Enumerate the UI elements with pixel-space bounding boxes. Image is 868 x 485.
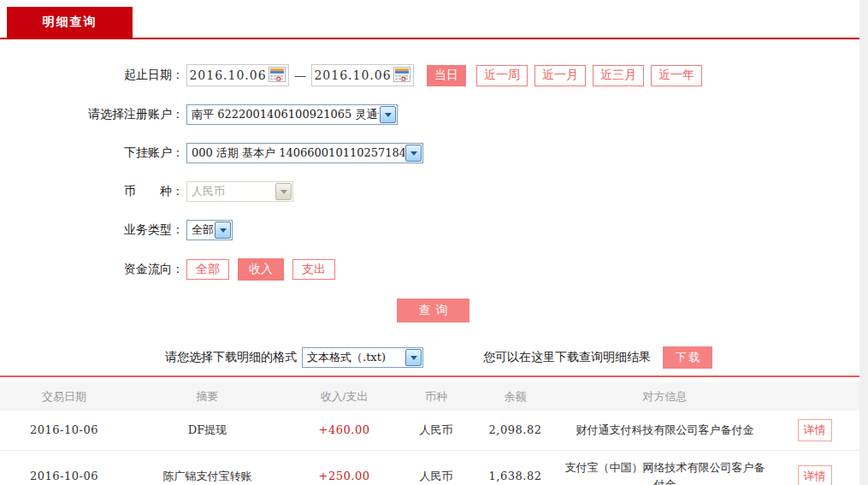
cell-summary: DF提现 bbox=[128, 413, 286, 447]
calendar-icon[interactable] bbox=[269, 67, 286, 85]
detail-button[interactable]: 详情 bbox=[798, 419, 832, 441]
query-button-row: 查询 bbox=[0, 299, 859, 322]
header-trade-date: 交易日期 bbox=[0, 388, 128, 405]
cell-trade-date: 2016-10-06 bbox=[0, 413, 128, 447]
main-panel: 明细查询 起止日期： 2016.10.06 bbox=[0, 0, 859, 485]
cell-counterparty: 支付宝（中国）网络技术有限公司客户备付金 bbox=[560, 451, 770, 485]
cell-balance: 2,098.82 bbox=[470, 413, 560, 447]
download-hint: 您可以在这里下载查询明细结果 bbox=[483, 350, 651, 365]
cell-trade-date: 2016-10-06 bbox=[0, 459, 128, 485]
register-account-value: 南平 6222001406100921065 灵通卡 bbox=[187, 107, 379, 122]
quick-range-month-button[interactable]: 近一月 bbox=[534, 65, 586, 86]
date-separator: — bbox=[294, 68, 306, 82]
table-row: 2016-10-06 陈广锦支付宝转账 +250.00 人民币 1,638.82… bbox=[0, 451, 859, 485]
fund-flow-label: 资金流向： bbox=[0, 262, 184, 277]
cell-amount: +460.00 bbox=[286, 413, 402, 447]
header-currency: 币种 bbox=[402, 388, 470, 405]
cell-currency: 人民币 bbox=[402, 459, 470, 485]
register-account-row: 请选择注册账户： 南平 6222001406100921065 灵通卡 bbox=[0, 104, 859, 125]
quick-range-today-button[interactable]: 当日 bbox=[427, 65, 466, 86]
fund-flow-row: 资金流向： 全部 收入 支出 bbox=[0, 258, 859, 281]
fund-flow-all-button[interactable]: 全部 bbox=[186, 259, 229, 280]
currency-label: 币 种： bbox=[0, 184, 184, 199]
sub-account-select[interactable]: 000 活期 基本户 1406600101102571848 bbox=[186, 143, 423, 163]
business-type-select[interactable]: 全部 bbox=[186, 220, 233, 240]
currency-value: 人民币 bbox=[187, 184, 275, 199]
download-button[interactable]: 下载 bbox=[663, 346, 712, 369]
cell-amount: +250.00 bbox=[286, 459, 402, 485]
tab-bar: 明细查询 bbox=[0, 0, 859, 39]
date-to-value: 2016.10.06 bbox=[312, 68, 393, 82]
quick-range-year-button[interactable]: 近一年 bbox=[651, 65, 702, 86]
download-row: 请您选择下载明细的格式 文本格式（.txt) 您可以在这里下载查询明细结果 下载 bbox=[0, 346, 859, 369]
chevron-down-icon bbox=[215, 222, 231, 239]
fund-flow-expense-button[interactable]: 支出 bbox=[292, 259, 335, 280]
cell-balance: 1,638.82 bbox=[470, 459, 560, 485]
fund-flow-income-button[interactable]: 收入 bbox=[238, 258, 284, 281]
results-table: 交易日期 摘要 收入/支出 币种 余额 对方信息 2016-10-06 DF提现… bbox=[0, 382, 859, 485]
table-row: 2016-10-06 DF提现 +460.00 人民币 2,098.82 财付通… bbox=[0, 411, 859, 451]
date-to-input[interactable]: 2016.10.06 bbox=[311, 64, 414, 86]
header-counterparty: 对方信息 bbox=[560, 388, 770, 405]
date-range-row: 起止日期： 2016.10.06 bbox=[0, 64, 859, 86]
chevron-down-icon bbox=[380, 106, 396, 123]
query-form: 起止日期： 2016.10.06 bbox=[0, 39, 859, 322]
business-type-value: 全部 bbox=[187, 222, 214, 238]
cell-summary: 陈广锦支付宝转账 bbox=[128, 459, 286, 485]
quick-range-3months-button[interactable]: 近三月 bbox=[593, 65, 644, 86]
cell-currency: 人民币 bbox=[402, 413, 470, 447]
sub-account-row: 下挂账户： 000 活期 基本户 1406600101102571848 bbox=[0, 143, 859, 163]
chevron-down-icon bbox=[405, 145, 422, 162]
detail-button[interactable]: 详情 bbox=[798, 465, 832, 485]
sub-account-label: 下挂账户： bbox=[0, 145, 184, 161]
sub-account-value: 000 活期 基本户 1406600101102571848 bbox=[187, 145, 404, 161]
date-from-value: 2016.10.06 bbox=[187, 68, 269, 82]
register-account-label: 请选择注册账户： bbox=[0, 107, 184, 122]
table-header-row: 交易日期 摘要 收入/支出 币种 余额 对方信息 bbox=[0, 382, 859, 411]
business-type-row: 业务类型： 全部 bbox=[0, 220, 859, 240]
date-from-input[interactable]: 2016.10.06 bbox=[186, 64, 289, 86]
tab-detail-query[interactable]: 明细查询 bbox=[7, 7, 133, 38]
header-balance: 余额 bbox=[470, 388, 560, 405]
calendar-icon[interactable] bbox=[393, 67, 410, 85]
header-income-expense: 收入/支出 bbox=[286, 388, 402, 405]
cell-counterparty: 财付通支付科技有限公司客户备付金 bbox=[560, 413, 770, 447]
register-account-select[interactable]: 南平 6222001406100921065 灵通卡 bbox=[186, 104, 398, 125]
currency-row: 币 种： 人民币 bbox=[0, 181, 859, 202]
currency-select: 人民币 bbox=[186, 181, 293, 202]
header-summary: 摘要 bbox=[128, 388, 286, 405]
chevron-down-icon bbox=[405, 349, 422, 366]
download-format-select[interactable]: 文本格式（.txt) bbox=[302, 347, 423, 368]
download-format-value: 文本格式（.txt) bbox=[303, 350, 404, 365]
download-format-label: 请您选择下载明细的格式 bbox=[165, 350, 297, 365]
table-top-divider bbox=[0, 376, 859, 377]
query-button[interactable]: 查询 bbox=[397, 299, 469, 322]
chevron-down-icon bbox=[275, 183, 292, 200]
quick-range-week-button[interactable]: 近一周 bbox=[476, 65, 528, 86]
quick-range-buttons: 当日 近一周 近一月 近三月 近一年 bbox=[427, 65, 709, 86]
business-type-label: 业务类型： bbox=[0, 222, 184, 238]
date-range-label: 起止日期： bbox=[0, 68, 184, 83]
